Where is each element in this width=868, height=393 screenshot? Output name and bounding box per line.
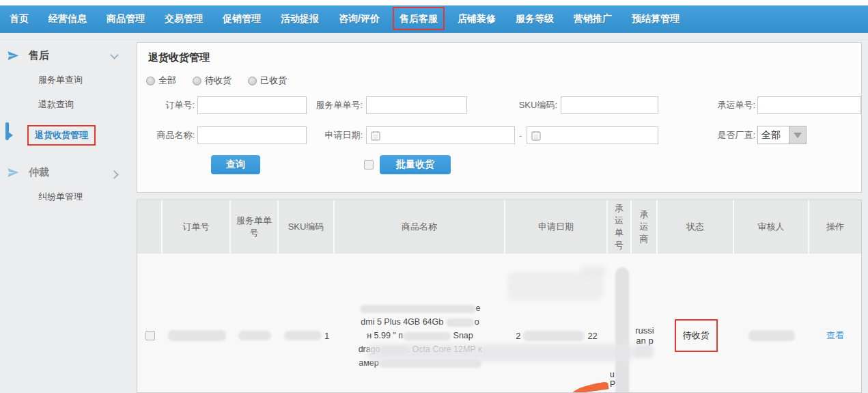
table-row: 1 e dmi 5 Plus 4GB 64Gb о н 5.99 " п Sna… <box>137 254 861 393</box>
apply-date-label: 申请日期: <box>307 126 363 144</box>
nav-item-activity-report[interactable]: 活动提报 <box>281 13 319 25</box>
redacted-carrier-part <box>633 344 654 358</box>
order-no-input[interactable] <box>197 96 307 114</box>
top-navbar: 首页 经营信息 商品管理 交易管理 促销管理 活动提报 咨询/评价 售后客服 店… <box>0 5 868 33</box>
table-header-row: 订单号 服务单单号 SKU编码 商品名称 申请日期 承运单号 承运商 状态 审核… <box>137 200 861 254</box>
sidebar-item-refund-query[interactable]: 退款查询 <box>0 92 137 117</box>
table-header-reviewer: 审核人 <box>734 200 809 254</box>
dropdown-arrow-icon[interactable] <box>789 126 807 144</box>
table-header-product-name: 商品名称 <box>335 200 505 254</box>
sidebar-group-arbitration[interactable]: 仲裁 <box>0 158 137 185</box>
service-no-label: 服务单单号: <box>307 96 363 114</box>
sidebar-item-dispute-order-mgmt[interactable]: 纠纷单管理 <box>0 185 137 209</box>
table-header-sku: SKU编码 <box>279 200 335 254</box>
batch-receive-button[interactable]: 批量收货 <box>380 155 451 174</box>
table-header-order-no: 订单号 <box>163 200 231 254</box>
annotation-box-status: 待收货 <box>675 319 718 352</box>
page-title: 退货收货管理 <box>148 51 210 64</box>
apply-date-start-input[interactable] <box>366 126 515 144</box>
service-no-input[interactable] <box>366 96 467 114</box>
paper-plane-icon <box>5 167 20 179</box>
nav-item-product-mgmt[interactable]: 商品管理 <box>107 13 145 25</box>
redacted-order-no <box>168 330 226 341</box>
radio-icon[interactable] <box>193 77 201 85</box>
calendar-icon[interactable] <box>531 131 541 141</box>
search-button[interactable]: 查询 <box>211 155 260 174</box>
table-header-carrier: 承运商 <box>632 200 658 254</box>
sidebar-group-aftersales[interactable]: 售后 <box>0 41 137 68</box>
nav-item-marketing[interactable]: 营销推广 <box>574 13 612 25</box>
radio-icon[interactable] <box>146 77 155 85</box>
sku-input[interactable] <box>561 96 658 114</box>
calendar-icon[interactable] <box>371 131 380 141</box>
redacted-tracking-strip <box>615 267 629 393</box>
table-header-apply-date: 申请日期 <box>505 200 608 254</box>
sku-label: SKU编码: <box>505 96 557 114</box>
sidebar-item-service-order-query[interactable]: 服务单查询 <box>0 68 137 92</box>
divider <box>0 40 868 40</box>
annotation-box-sidebar: 退货收货管理 <box>27 125 96 146</box>
status-filter-radios: 全部 待收货 已收货 <box>146 74 287 87</box>
sku-cell: 1 <box>279 331 335 341</box>
top-strip <box>0 0 868 5</box>
redacted-reviewer <box>748 330 795 341</box>
redacted-date <box>523 331 585 341</box>
nav-item-inquiry-review[interactable]: 咨询/评价 <box>339 13 380 25</box>
product-name-input[interactable] <box>197 126 307 144</box>
nav-item-aftersales-service[interactable]: 售后客服 <box>400 13 438 25</box>
chevron-right-icon[interactable] <box>110 170 119 179</box>
order-no-label: 订单号: <box>147 96 195 114</box>
date-range-separator: - <box>519 131 522 141</box>
apply-date-cell: 2 22 <box>505 331 608 341</box>
nav-item-shop-decoration[interactable]: 店铺装修 <box>458 13 496 25</box>
status-cell: 待收货 <box>658 319 734 352</box>
table-header-tracking-no: 承运单号 <box>608 200 632 254</box>
product-name-label: 商品名称: <box>147 126 195 144</box>
nav-item-business-info[interactable]: 经营信息 <box>48 13 87 25</box>
table-header-service-no: 服务单单号 <box>231 200 279 254</box>
paper-plane-icon <box>5 50 20 62</box>
radio-all[interactable]: 全部 <box>146 74 176 87</box>
tracking-no-label: 承运单号: <box>701 96 755 114</box>
radio-received[interactable]: 已收货 <box>248 74 287 87</box>
redacted-service-no <box>238 331 271 340</box>
nav-item-service-level[interactable]: 服务等级 <box>516 13 554 25</box>
view-link[interactable]: 查看 <box>826 329 844 342</box>
apply-date-end-input[interactable] <box>527 126 658 144</box>
row-checkbox[interactable] <box>145 331 155 340</box>
search-form-panel: 退货收货管理 全部 待收货 已收货 订单号: 服务单单号: SKU编码: 承运单… <box>137 42 862 193</box>
radio-icon[interactable] <box>248 77 257 85</box>
radio-pending-receipt[interactable]: 待收货 <box>193 74 232 87</box>
factory-direct-label: 是否厂直: <box>701 126 755 144</box>
results-table: 订单号 服务单单号 SKU编码 商品名称 申请日期 承运单号 承运商 状态 审核… <box>137 200 862 393</box>
nav-item-promotion-mgmt[interactable]: 促销管理 <box>223 13 261 25</box>
factory-direct-select[interactable]: 全部 <box>757 126 807 144</box>
batch-select-checkbox[interactable] <box>364 160 374 170</box>
nav-item-home[interactable]: 首页 <box>10 13 29 25</box>
redaction-smudge <box>580 266 606 277</box>
tracking-no-input[interactable] <box>757 96 861 114</box>
table-header-checkbox-col <box>137 200 163 254</box>
nav-item-trade-mgmt[interactable]: 交易管理 <box>165 13 203 25</box>
sidebar: 售后 服务单查询 退款查询 退货收货管理 仲裁 纠纷单管理 <box>0 41 137 209</box>
table-header-action: 操作 <box>809 200 861 254</box>
redacted-sku <box>284 331 322 340</box>
nav-item-presettlement[interactable]: 预结算管理 <box>632 13 680 25</box>
table-header-status: 状态 <box>658 200 734 254</box>
status-badge: 待收货 <box>683 330 710 340</box>
redaction-smudge <box>367 344 634 362</box>
sidebar-item-return-receipt-mgmt[interactable]: 退货收货管理 <box>0 117 137 154</box>
tracking-partial-chars: u P <box>610 370 615 389</box>
chevron-down-icon[interactable] <box>110 51 119 59</box>
active-item-marker <box>5 122 9 140</box>
carrier-cell: russian p <box>632 325 658 346</box>
